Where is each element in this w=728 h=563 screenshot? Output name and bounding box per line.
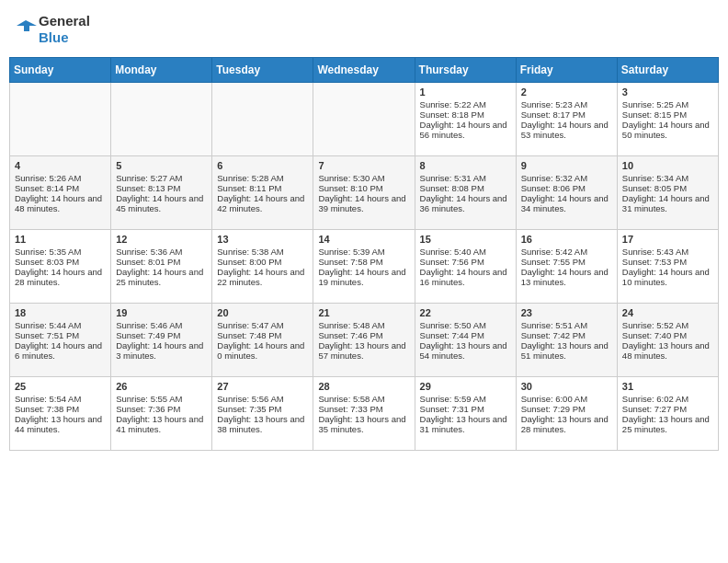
weekday-header-tuesday: Tuesday [212, 58, 313, 83]
day-info: Sunrise: 5:38 AM [217, 247, 308, 257]
day-number: 25 [15, 381, 106, 392]
day-info: Sunset: 7:33 PM [318, 404, 409, 414]
calendar-cell: 17Sunrise: 5:43 AMSunset: 7:53 PMDayligh… [617, 230, 718, 304]
week-row-2: 4Sunrise: 5:26 AMSunset: 8:14 PMDaylight… [10, 156, 719, 230]
day-info: Daylight: 13 hours and 57 minutes. [318, 340, 409, 361]
day-info: Daylight: 13 hours and 28 minutes. [521, 414, 612, 434]
calendar-cell: 8Sunrise: 5:31 AMSunset: 8:08 PMDaylight… [415, 156, 516, 230]
calendar-cell [212, 83, 313, 156]
day-info: Sunset: 7:56 PM [420, 257, 511, 267]
calendar-cell: 28Sunrise: 5:58 AMSunset: 7:33 PMDayligh… [313, 377, 415, 451]
day-info: Sunset: 8:00 PM [217, 257, 308, 267]
day-info: Sunrise: 5:27 AM [116, 173, 207, 183]
day-number: 27 [217, 381, 308, 392]
day-number: 10 [622, 160, 713, 171]
day-number: 22 [420, 307, 511, 318]
calendar-cell: 6Sunrise: 5:28 AMSunset: 8:11 PMDaylight… [212, 156, 313, 230]
day-info: Sunrise: 5:48 AM [318, 320, 409, 330]
calendar-cell [313, 83, 415, 156]
day-info: Daylight: 13 hours and 48 minutes. [622, 340, 713, 361]
calendar-cell: 12Sunrise: 5:36 AMSunset: 8:01 PMDayligh… [111, 230, 212, 304]
calendar-cell: 11Sunrise: 5:35 AMSunset: 8:03 PMDayligh… [10, 230, 111, 304]
week-row-5: 25Sunrise: 5:54 AMSunset: 7:38 PMDayligh… [10, 377, 719, 451]
weekday-header-friday: Friday [516, 58, 617, 83]
day-number: 26 [116, 381, 207, 392]
calendar-cell: 14Sunrise: 5:39 AMSunset: 7:58 PMDayligh… [313, 230, 415, 304]
day-info: Daylight: 13 hours and 25 minutes. [622, 414, 713, 434]
day-info: Daylight: 14 hours and 28 minutes. [15, 267, 106, 287]
weekday-header-saturday: Saturday [617, 58, 718, 83]
logo-general: General [39, 13, 90, 29]
day-info: Sunset: 7:48 PM [217, 330, 308, 340]
calendar-cell: 20Sunrise: 5:47 AMSunset: 7:48 PMDayligh… [212, 304, 313, 377]
day-info: Sunrise: 5:39 AM [318, 247, 409, 257]
day-number: 15 [420, 234, 511, 245]
day-info: Sunrise: 5:55 AM [116, 394, 207, 404]
day-number: 28 [318, 381, 409, 392]
day-number: 11 [15, 234, 106, 245]
day-number: 1 [420, 86, 511, 98]
week-row-4: 18Sunrise: 5:44 AMSunset: 7:51 PMDayligh… [10, 304, 719, 377]
weekday-header-thursday: Thursday [415, 58, 516, 83]
day-info: Daylight: 14 hours and 42 minutes. [217, 193, 308, 213]
calendar-cell: 21Sunrise: 5:48 AMSunset: 7:46 PMDayligh… [313, 304, 415, 377]
day-number: 19 [116, 307, 207, 318]
day-info: Sunset: 7:40 PM [622, 330, 713, 340]
weekday-header-wednesday: Wednesday [313, 58, 415, 83]
calendar-cell: 27Sunrise: 5:56 AMSunset: 7:35 PMDayligh… [212, 377, 313, 451]
calendar-cell [111, 83, 212, 156]
day-info: Daylight: 13 hours and 41 minutes. [116, 414, 207, 434]
day-number: 16 [521, 234, 612, 245]
day-info: Sunrise: 5:35 AM [15, 247, 106, 257]
day-info: Sunset: 8:10 PM [318, 183, 409, 193]
weekday-header-monday: Monday [111, 58, 212, 83]
day-info: Sunset: 8:15 PM [622, 109, 713, 120]
day-info: Sunrise: 5:42 AM [521, 247, 612, 257]
day-number: 5 [116, 160, 207, 171]
calendar-cell: 18Sunrise: 5:44 AMSunset: 7:51 PMDayligh… [10, 304, 111, 377]
day-info: Sunrise: 5:54 AM [15, 394, 106, 404]
calendar-table: SundayMondayTuesdayWednesdayThursdayFrid… [9, 57, 719, 451]
day-info: Sunset: 7:38 PM [15, 404, 106, 414]
day-info: Daylight: 13 hours and 35 minutes. [318, 414, 409, 434]
day-info: Daylight: 14 hours and 10 minutes. [622, 267, 713, 287]
day-number: 30 [521, 381, 612, 392]
day-info: Sunrise: 5:36 AM [116, 247, 207, 257]
day-info: Sunset: 8:18 PM [420, 109, 511, 120]
day-info: Sunrise: 5:58 AM [318, 394, 409, 404]
week-row-3: 11Sunrise: 5:35 AMSunset: 8:03 PMDayligh… [10, 230, 719, 304]
day-info: Sunset: 7:55 PM [521, 257, 612, 267]
day-number: 17 [622, 234, 713, 245]
weekday-header-sunday: Sunday [10, 58, 111, 83]
day-info: Sunrise: 5:32 AM [521, 173, 612, 183]
day-info: Daylight: 14 hours and 22 minutes. [217, 267, 308, 287]
day-number: 9 [521, 160, 612, 171]
calendar-cell: 10Sunrise: 5:34 AMSunset: 8:05 PMDayligh… [617, 156, 718, 230]
day-info: Sunset: 7:44 PM [420, 330, 511, 340]
calendar-cell: 19Sunrise: 5:46 AMSunset: 7:49 PMDayligh… [111, 304, 212, 377]
day-number: 8 [420, 160, 511, 171]
logo-blue: Blue [39, 29, 90, 46]
calendar-cell: 9Sunrise: 5:32 AMSunset: 8:06 PMDaylight… [516, 156, 617, 230]
calendar-cell: 7Sunrise: 5:30 AMSunset: 8:10 PMDaylight… [313, 156, 415, 230]
day-number: 23 [521, 307, 612, 318]
day-number: 4 [15, 160, 106, 171]
calendar-cell: 24Sunrise: 5:52 AMSunset: 7:40 PMDayligh… [617, 304, 718, 377]
day-info: Sunset: 8:03 PM [15, 257, 106, 267]
day-info: Daylight: 14 hours and 19 minutes. [318, 267, 409, 287]
day-info: Daylight: 13 hours and 51 minutes. [521, 340, 612, 361]
day-info: Daylight: 14 hours and 0 minutes. [217, 340, 308, 361]
day-info: Sunset: 8:05 PM [622, 183, 713, 193]
day-info: Sunrise: 5:51 AM [521, 320, 612, 330]
page-header: General Blue [9, 9, 719, 50]
day-info: Sunrise: 5:30 AM [318, 173, 409, 183]
day-info: Sunset: 7:53 PM [622, 257, 713, 267]
day-number: 6 [217, 160, 308, 171]
day-info: Sunrise: 5:25 AM [622, 99, 713, 109]
day-number: 21 [318, 307, 409, 318]
calendar-cell: 29Sunrise: 5:59 AMSunset: 7:31 PMDayligh… [415, 377, 516, 451]
calendar-cell [10, 83, 111, 156]
day-number: 12 [116, 234, 207, 245]
day-info: Sunrise: 5:22 AM [420, 99, 511, 109]
day-info: Daylight: 14 hours and 48 minutes. [15, 193, 106, 213]
